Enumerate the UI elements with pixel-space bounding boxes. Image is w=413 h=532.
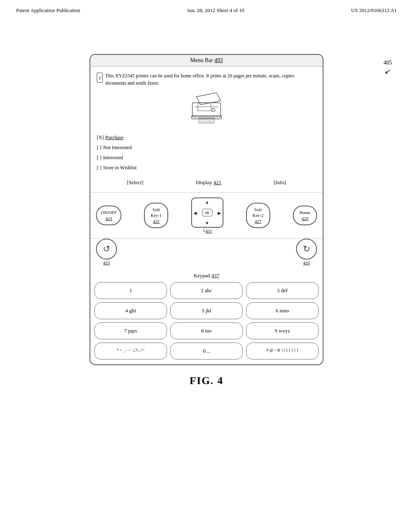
dpad-container: ▲ ▼ ◀ ▶ ok └431	[191, 197, 223, 233]
key-2[interactable]: 2 abc	[170, 282, 243, 299]
option-interested-label: Interested	[103, 153, 123, 163]
menu-bar: Menu Bar 493	[90, 55, 323, 66]
device-container: Menu Bar 493 ♪ This XYZ2345 printer can …	[90, 54, 323, 365]
menu-bar-label: Menu Bar 493	[190, 57, 223, 63]
on-off-ref: 423	[101, 216, 117, 221]
option-not-interested[interactable]: [ ] Not Interested	[97, 143, 316, 153]
dpad-ok-button[interactable]: ok	[202, 209, 213, 216]
description-text: This XYZ2345 printer can be used for hom…	[105, 72, 316, 87]
dpad-ref: └431	[202, 229, 212, 233]
product-description: ♪ This XYZ2345 printer can be used for h…	[97, 72, 316, 87]
svg-rect-1	[192, 103, 221, 117]
soft-key-1-ref: 425	[149, 218, 163, 224]
music-icon: ♪	[97, 73, 103, 83]
home-label: Home	[298, 210, 312, 215]
option-wishlist-label: Store in Wishlist	[103, 163, 136, 173]
home-ref: 429	[298, 216, 312, 221]
screen-area: ♪ This XYZ2345 printer can be used for h…	[90, 66, 323, 193]
scroll-right-button[interactable]: ↻	[296, 239, 317, 260]
option-purchase[interactable]: [X] Purchase	[97, 133, 316, 143]
ref-405-label: 405 ↙	[384, 60, 392, 76]
key-9[interactable]: 9 wxyz	[246, 322, 319, 339]
key-1[interactable]: 1	[94, 282, 167, 299]
soft-key-2-ref: 427	[251, 218, 265, 224]
scroll-left-container: ↺ 433	[96, 239, 117, 265]
display-label: Display 421	[196, 179, 221, 186]
dpad-left-icon: ◀	[194, 210, 197, 215]
select-button[interactable]: [Select]	[127, 179, 143, 186]
key-0[interactable]: 0 ⎵	[170, 343, 243, 360]
fig-label: FIG. 4	[190, 375, 223, 387]
scroll-right-ref: 435	[303, 260, 310, 265]
option-wishlist-checkbox: [ ]	[97, 163, 101, 173]
soft-key-2-label: Soft Key-2	[251, 207, 265, 218]
svg-rect-5	[192, 116, 221, 119]
on-off-button[interactable]: ON/OFF 423	[96, 206, 121, 225]
controls-row: ON/OFF 423 Soft Key-1 425 ▲ ▼ ◀ ▶ ok	[90, 193, 323, 239]
key-4[interactable]: 4 ghi	[94, 302, 167, 319]
key-6[interactable]: 6 mno	[246, 302, 319, 319]
key-star[interactable]: * + _ - ~` ;;?/.,<>	[94, 343, 167, 360]
keypad-section: Keypad 437 1 2 abc 3 def 4 ghi 5 jkl 6 m…	[90, 269, 323, 364]
option-purchase-label: Purchase	[105, 133, 123, 143]
soft-key-1-button[interactable]: Soft Key-1 425	[144, 203, 168, 228]
on-off-label: ON/OFF	[101, 210, 117, 215]
dpad-down-icon: ▼	[205, 221, 209, 225]
option-not-interested-label: Not Interested	[103, 143, 131, 153]
dpad-ring[interactable]: ▲ ▼ ◀ ▶ ok	[191, 197, 223, 228]
home-button[interactable]: Home 429	[293, 206, 317, 225]
dpad-right-icon: ▶	[218, 210, 221, 215]
key-5[interactable]: 5 jkl	[170, 302, 243, 319]
key-hash[interactable]: # @ ^ & ! ( ) { } [ ]	[246, 343, 319, 360]
key-7[interactable]: 7 pqrs	[94, 322, 167, 339]
svg-point-4	[212, 108, 215, 112]
info-button[interactable]: [Info]	[274, 179, 286, 186]
header-left: Patent Application Publication	[16, 7, 80, 14]
option-interested[interactable]: [ ] Interested	[97, 153, 316, 163]
scroll-row: ↺ 433 ↻ 435	[90, 239, 323, 269]
ref-405-arrow: ↙	[383, 66, 393, 76]
printer-image	[97, 91, 316, 127]
option-purchase-checkbox: [X]	[97, 133, 104, 143]
main-content: Menu Bar 493 ♪ This XYZ2345 printer can …	[0, 18, 413, 403]
soft-key-2-button[interactable]: Soft Key-2 427	[246, 203, 270, 228]
scroll-right-container: ↻ 435	[296, 239, 317, 265]
soft-key-1-label: Soft Key-1	[149, 207, 163, 218]
bottom-bar: [Select] Display 421 [Info]	[97, 177, 316, 188]
option-not-interested-checkbox: [ ]	[97, 143, 101, 153]
header-center: Jun. 28, 2012 Sheet 4 of 10	[187, 7, 244, 14]
keypad-title: Keypad 437	[94, 272, 319, 279]
option-wishlist[interactable]: [ ] Store in Wishlist	[97, 163, 316, 173]
key-3[interactable]: 3 def	[246, 282, 319, 299]
scroll-left-ref: 433	[103, 260, 110, 265]
key-8[interactable]: 8 tuv	[170, 322, 243, 339]
keypad-grid: 1 2 abc 3 def 4 ghi 5 jkl 6 mno 7 pqrs 8…	[94, 282, 319, 360]
page-header: Patent Application Publication Jun. 28, …	[0, 0, 413, 18]
header-right: US 2012/0166312 A1	[351, 7, 397, 14]
options-list: [X] Purchase [ ] Not Interested [ ] Inte…	[97, 133, 316, 173]
dpad-up-icon: ▲	[205, 200, 209, 204]
scroll-left-button[interactable]: ↺	[96, 239, 117, 260]
option-interested-checkbox: [ ]	[97, 153, 101, 163]
printer-svg	[184, 91, 229, 127]
